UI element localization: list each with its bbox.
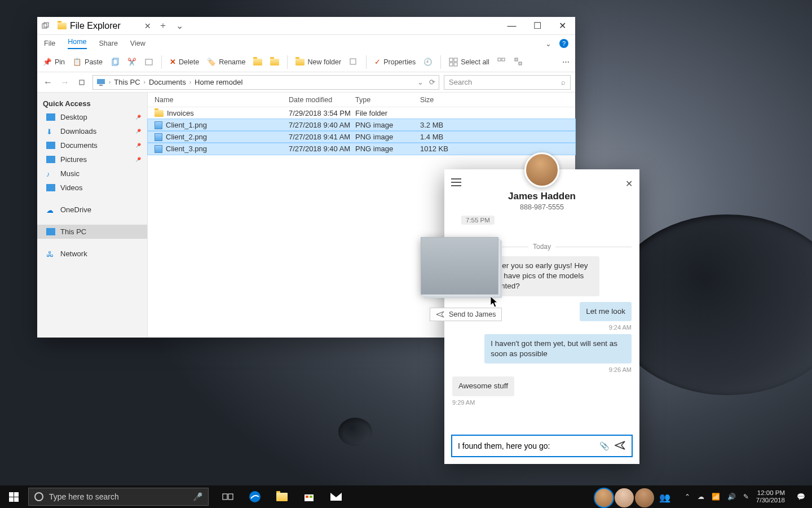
tray-onedrive-icon[interactable]: ☁ [698,493,704,501]
file-name: Invoices [167,109,194,117]
tab-chevron-icon[interactable]: ⌄ [171,20,188,31]
nav-this-pc[interactable]: This PC [37,225,147,239]
notifications-icon[interactable]: 💬 [797,493,805,501]
taskbar-mail[interactable] [323,485,350,508]
svg-rect-24 [306,496,308,498]
mic-icon[interactable]: 🎤 [193,492,202,501]
message-bubble[interactable]: Let me look [580,302,632,321]
drag-preview [421,237,498,295]
tray-chevron-icon[interactable]: ⌃ [685,493,690,501]
col-size[interactable]: Size [420,96,465,104]
pinned-contact-2[interactable] [615,488,634,507]
nav-quick-access[interactable]: Quick Access [37,97,147,110]
nav-forward-button[interactable]: → [59,76,71,89]
menu-share[interactable]: Share [99,40,118,47]
message-timestamp: 9:29 AM [452,399,475,406]
start-button[interactable] [0,485,27,508]
pinned-contact-1[interactable] [594,488,614,507]
file-row[interactable]: Invoices7/29/2018 3:54 PMFile folder [148,107,575,119]
search-input[interactable]: Search ⌕ [444,75,571,90]
nav-back-button[interactable]: ← [42,76,54,89]
file-row[interactable]: Client_3.png7/27/2018 9:40 AMPNG image10… [148,143,575,155]
nav-documents[interactable]: Documents📍 [37,138,147,152]
breadcrumb-root[interactable]: This PC [114,78,140,86]
message-input[interactable] [458,441,594,450]
copy-to-icon[interactable] [270,59,279,65]
menu-file[interactable]: File [44,40,55,47]
message-bubble[interactable]: Awesome stuff [452,376,514,396]
col-type[interactable]: Type [355,96,420,104]
message-bubble[interactable]: I haven't got them yet, but will sent as… [484,334,632,364]
properties-button[interactable]: ✓Properties [374,58,416,66]
svg-rect-7 [454,58,457,62]
col-name[interactable]: Name [148,96,289,104]
system-tray: ⌃ ☁ 📶 🔊 ✎ 12:00 PM 7/30/2018 💬 [678,489,812,504]
new-item-icon[interactable] [349,58,358,67]
copy-path-icon[interactable] [144,58,153,67]
nav-music[interactable]: ♪Music [37,167,147,181]
task-view-button[interactable] [214,485,241,508]
cut-icon[interactable]: ✂️ [127,58,136,66]
window-tab[interactable]: File Explorer ✕ [54,17,155,35]
hamburger-icon[interactable] [451,178,461,189]
taskbar-search[interactable]: Type here to search 🎤 [28,488,209,506]
file-row[interactable]: Client_1.png7/27/2018 9:40 AMPNG image3.… [148,119,575,131]
file-date: 7/29/2018 3:54 PM [289,109,355,117]
new-folder-button[interactable]: New folder [295,58,341,66]
paste-button[interactable]: 📋Paste [73,58,103,67]
maximize-button[interactable]: ☐ [524,17,550,35]
nav-pictures[interactable]: Pictures📍 [37,152,147,167]
move-to-icon[interactable] [253,59,262,65]
titlebar[interactable]: File Explorer ✕ ＋ ⌄ — ☐ ✕ [37,17,575,35]
nav-up-button[interactable] [76,76,88,89]
select-all-button[interactable]: Select all [449,58,489,67]
nav-desktop[interactable]: Desktop📍 [37,110,147,124]
history-icon[interactable]: 🕘 [423,58,433,66]
tab-close-icon[interactable]: ✕ [144,21,151,30]
minimize-button[interactable]: — [499,17,524,35]
more-icon[interactable]: ⋯ [562,58,570,66]
nav-network[interactable]: 🖧Network [37,247,147,261]
refresh-icon[interactable]: ⟳ [429,78,435,86]
taskbar: Type here to search 🎤 👥 ⌃ ☁ 📶 🔊 ✎ 12:00 … [0,485,812,508]
file-row[interactable]: Client_2.png7/27/2018 9:41 AMPNG image1.… [148,131,575,143]
ribbon-collapse-icon[interactable]: ⌄ [545,40,551,48]
people-button[interactable]: 👥 [655,488,674,507]
tray-volume-icon[interactable]: 🔊 [727,493,736,501]
attach-icon[interactable]: 📎 [599,441,609,450]
tray-pen-icon[interactable]: ✎ [743,493,749,501]
svg-rect-5 [350,59,356,64]
chat-close-button[interactable]: ✕ [625,178,633,189]
copy-icon[interactable] [111,58,120,67]
tabs-icon[interactable] [37,21,54,30]
pinned-contact-3[interactable] [635,488,654,507]
chat-header: ✕ James Hadden 888-987-5555 [444,169,639,216]
breadcrumb-folder[interactable]: Home remodel [195,78,242,86]
breadcrumb-documents[interactable]: Documents [149,78,186,86]
column-headers[interactable]: Name Date modified Type Size [148,93,575,107]
nav-onedrive[interactable]: ☁OneDrive [37,203,147,217]
help-icon[interactable]: ? [559,39,568,48]
send-icon[interactable] [615,441,626,452]
nav-downloads[interactable]: ⬇Downloads📍 [37,124,147,138]
select-none-icon[interactable] [497,58,506,67]
menu-home[interactable]: Home [68,38,86,49]
pin-button[interactable]: 📌Pin [43,58,65,67]
tray-wifi-icon[interactable]: 📶 [712,493,720,501]
pc-icon [96,78,105,86]
col-date[interactable]: Date modified [289,96,355,104]
menu-view[interactable]: View [130,40,145,47]
delete-button[interactable]: ✕Delete [170,58,199,66]
nav-videos[interactable]: Videos [37,181,147,195]
taskbar-store[interactable] [295,485,323,508]
svg-rect-0 [42,24,47,28]
close-button[interactable]: ✕ [550,17,575,35]
address-dropdown-icon[interactable]: ⌄ [417,78,423,86]
taskbar-clock[interactable]: 12:00 PM 7/30/2018 [756,489,789,504]
rename-button[interactable]: 🏷️Rename [207,58,245,67]
taskbar-explorer[interactable] [268,485,295,508]
new-tab-button[interactable]: ＋ [155,20,171,32]
taskbar-edge[interactable] [241,485,268,508]
address-bar[interactable]: › This PC › Documents › Home remodel ⌄ ⟳ [92,75,439,90]
invert-selection-icon[interactable] [514,58,523,67]
